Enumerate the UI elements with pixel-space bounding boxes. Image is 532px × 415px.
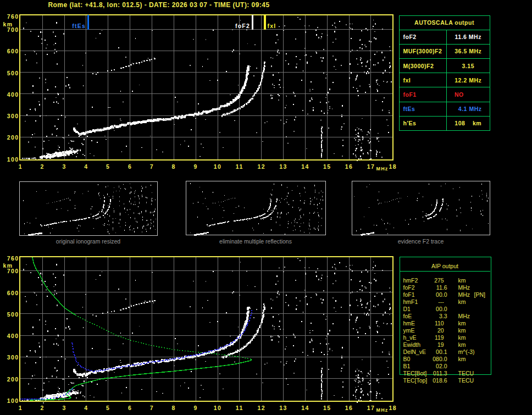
svg-text:100: 100	[7, 397, 19, 404]
svg-text:7: 7	[150, 405, 154, 411]
svg-text:fxI: fxI	[268, 23, 276, 29]
svg-text:MHz: MHz	[376, 166, 388, 171]
svg-text:15: 15	[323, 405, 331, 411]
svg-text:3: 3	[62, 163, 66, 170]
svg-text:300: 300	[7, 113, 19, 119]
svg-text:foF2: foF2	[235, 23, 250, 29]
svg-text:7: 7	[150, 163, 154, 170]
svg-text:10: 10	[214, 163, 221, 170]
svg-text:6: 6	[128, 405, 132, 411]
svg-text:1: 1	[19, 163, 23, 170]
svg-text:3: 3	[62, 405, 66, 411]
svg-text:760: 760	[7, 255, 19, 262]
svg-text:18: 18	[389, 163, 397, 170]
svg-text:13: 13	[279, 405, 287, 411]
svg-text:11: 11	[236, 163, 243, 170]
svg-text:2: 2	[41, 405, 45, 411]
svg-text:4: 4	[84, 163, 88, 170]
svg-text:9: 9	[193, 405, 197, 411]
svg-text:13: 13	[279, 163, 287, 170]
svg-text:5: 5	[106, 163, 110, 170]
svg-text:6: 6	[128, 163, 132, 170]
svg-text:12: 12	[257, 405, 265, 411]
svg-text:14: 14	[301, 405, 309, 411]
svg-text:600: 600	[7, 48, 19, 54]
svg-text:15: 15	[323, 163, 331, 170]
svg-text:9: 9	[193, 163, 197, 170]
svg-text:200: 200	[7, 376, 19, 383]
svg-text:1: 1	[19, 405, 23, 411]
svg-text:100: 100	[7, 156, 19, 163]
svg-text:500: 500	[7, 70, 19, 76]
svg-text:16: 16	[345, 163, 353, 170]
svg-text:8: 8	[172, 163, 176, 170]
svg-text:2: 2	[41, 163, 45, 170]
svg-text:14: 14	[301, 163, 309, 170]
svg-text:km: km	[3, 21, 13, 27]
svg-text:10: 10	[214, 405, 221, 411]
svg-text:760: 760	[7, 13, 19, 20]
svg-text:4: 4	[84, 405, 88, 411]
svg-text:8: 8	[172, 405, 176, 411]
svg-text:km: km	[3, 262, 13, 269]
svg-text:12: 12	[257, 163, 265, 170]
svg-text:17: 17	[367, 405, 375, 411]
svg-text:400: 400	[7, 333, 19, 339]
svg-text:500: 500	[7, 311, 19, 318]
svg-text:16: 16	[345, 405, 353, 411]
svg-text:18: 18	[389, 405, 397, 411]
svg-text:17: 17	[367, 163, 375, 170]
svg-text:ftEs: ftEs	[72, 23, 86, 29]
svg-text:11: 11	[236, 405, 243, 411]
svg-text:300: 300	[7, 354, 19, 361]
svg-text:600: 600	[7, 290, 19, 296]
svg-text:400: 400	[7, 91, 19, 98]
svg-text:200: 200	[7, 134, 19, 141]
svg-text:5: 5	[106, 405, 110, 411]
svg-text:MHz: MHz	[376, 407, 388, 413]
